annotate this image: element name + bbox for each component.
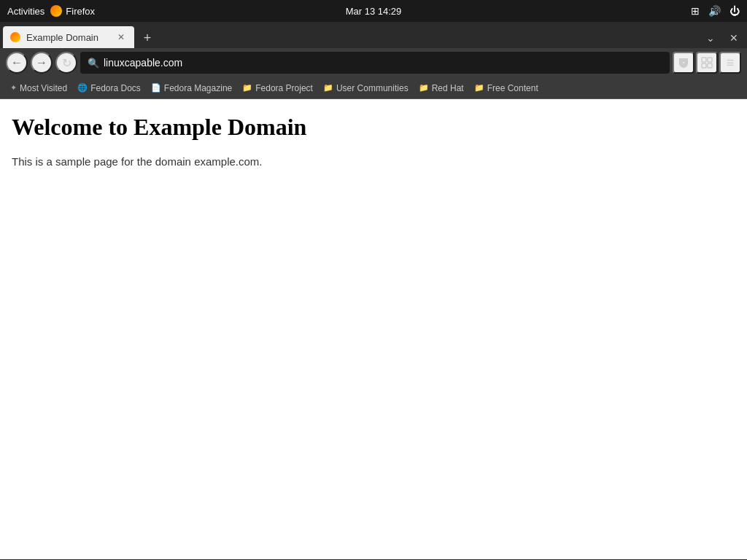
navigation-bar: ← → ↻ 🔍 ≡ (0, 48, 747, 77)
svg-rect-2 (702, 63, 706, 68)
page-content: Welcome to Example Domain This is a samp… (0, 99, 747, 559)
most-visited-bookmark-icon: ✦ (10, 83, 17, 93)
power-icon[interactable]: ⏻ (729, 5, 740, 17)
bookmark-red-hat[interactable]: 📁Red Hat (414, 81, 468, 96)
most-visited-bookmark-label: Most Visited (20, 83, 67, 93)
pocket-button[interactable] (673, 52, 694, 74)
red-hat-bookmark-icon: 📁 (419, 83, 429, 93)
close-window-button[interactable]: ✕ (724, 28, 744, 48)
bookmark-free-content[interactable]: 📁Free Content (470, 81, 543, 96)
fedora-docs-bookmark-label: Fedora Docs (90, 83, 141, 93)
new-tab-button[interactable]: + (137, 28, 158, 48)
svg-rect-0 (702, 58, 706, 62)
bookmark-most-visited[interactable]: ✦Most Visited (6, 81, 71, 96)
tab-favicon (10, 32, 20, 42)
tab-title: Example Domain (26, 32, 98, 43)
page-title: Welcome to Example Domain (12, 114, 735, 141)
browser-chrome: Example Domain ✕ + ⌄ ✕ ← → ↻ 🔍 (0, 22, 747, 99)
tab-close-button[interactable]: ✕ (115, 31, 127, 43)
svg-rect-1 (708, 58, 712, 62)
red-hat-bookmark-label: Red Hat (432, 83, 464, 93)
bookmark-fedora-docs[interactable]: 🌐Fedora Docs (73, 81, 145, 96)
bookmarks-bar: ✦Most Visited🌐Fedora Docs📄Fedora Magazin… (0, 77, 747, 99)
extensions-button[interactable] (696, 52, 718, 74)
forward-button[interactable]: → (31, 52, 53, 74)
tab-bar: Example Domain ✕ + ⌄ ✕ (0, 22, 747, 48)
volume-icon[interactable]: 🔊 (708, 5, 721, 17)
firefox-logo-icon (50, 5, 62, 17)
activities-button[interactable]: Activities (7, 6, 44, 17)
reload-button[interactable]: ↻ (55, 52, 77, 74)
fedora-docs-bookmark-icon: 🌐 (77, 83, 88, 93)
address-bar[interactable]: 🔍 (80, 52, 670, 74)
url-input[interactable] (104, 57, 662, 69)
svg-rect-3 (708, 63, 712, 68)
fedora-project-bookmark-label: Fedora Project (255, 83, 313, 93)
menu-button[interactable]: ≡ (719, 52, 741, 74)
fedora-magazine-bookmark-label: Fedora Magazine (164, 83, 232, 93)
fedora-magazine-bookmark-icon: 📄 (151, 83, 161, 93)
browser-tab[interactable]: Example Domain ✕ (3, 26, 134, 48)
extensions-icon (701, 57, 713, 69)
system-bar: Activities Firefox Mar 13 14:29 ⊞ 🔊 ⏻ (0, 0, 747, 22)
firefox-taskbar-label[interactable]: Firefox (50, 5, 95, 17)
bookmark-fedora-magazine[interactable]: 📄Fedora Magazine (147, 81, 236, 96)
back-button[interactable]: ← (6, 52, 28, 74)
tab-dropdown-button[interactable]: ⌄ (700, 28, 721, 48)
user-communities-bookmark-label: User Communities (336, 83, 409, 93)
system-datetime: Mar 13 14:29 (346, 6, 402, 17)
network-icon[interactable]: ⊞ (691, 5, 700, 17)
fedora-project-bookmark-icon: 📁 (242, 83, 252, 93)
bookmark-fedora-project[interactable]: 📁Fedora Project (238, 81, 317, 96)
pocket-icon (678, 57, 689, 69)
user-communities-bookmark-icon: 📁 (323, 83, 333, 93)
bookmark-user-communities[interactable]: 📁User Communities (319, 81, 413, 96)
free-content-bookmark-label: Free Content (487, 83, 538, 93)
search-icon: 🔍 (88, 58, 99, 69)
free-content-bookmark-icon: 📁 (474, 83, 484, 93)
page-body: This is a sample page for the domain exa… (12, 155, 735, 168)
